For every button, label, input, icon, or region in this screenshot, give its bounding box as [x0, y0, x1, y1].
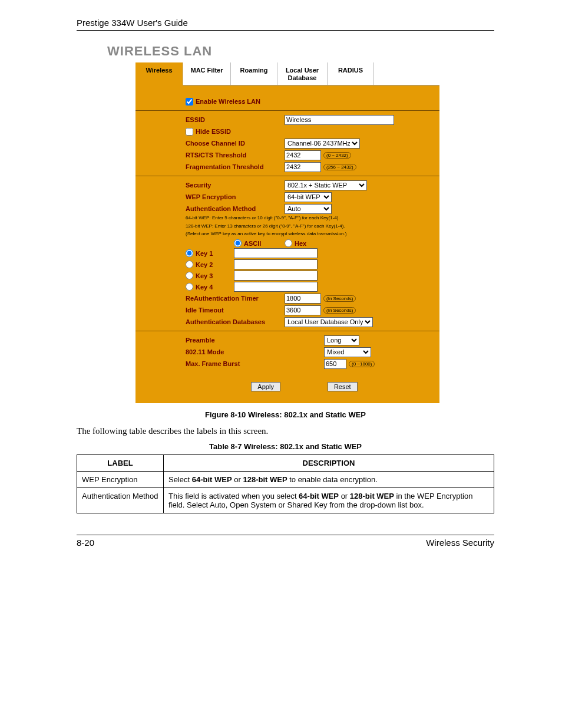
tab-bar: Wireless MAC Filter Roaming Local User D…	[135, 62, 439, 85]
page-number: 8-20	[77, 538, 94, 548]
table-caption: Table 8-7 Wireless: 802.1x and Static WE…	[77, 442, 494, 451]
note-128: 128-bit WEP: Enter 13 characters or 26 d…	[186, 223, 423, 229]
channel-select[interactable]: Channel-06 2437MHz	[285, 139, 360, 149]
th-desc: DESCRIPTION	[164, 455, 494, 472]
hide-essid-checkbox[interactable]	[186, 128, 193, 136]
cell-desc: Select 64-bit WEP or 128-bit WEP to enab…	[164, 472, 494, 488]
hex-radio[interactable]	[285, 239, 292, 247]
figure-caption: Figure 8-10 Wireless: 802.1x and Static …	[77, 410, 494, 419]
burst-input[interactable]	[324, 359, 346, 369]
auth-method-select[interactable]: Auto	[285, 204, 332, 214]
reauth-label: ReAuthentication Timer	[186, 295, 285, 302]
rts-help: (0 ~ 2432)	[323, 152, 351, 159]
reset-button[interactable]: Reset	[328, 382, 358, 391]
tab-roaming[interactable]: Roaming	[231, 62, 277, 85]
authdb-select[interactable]: Local User Database Only	[285, 317, 373, 327]
key3-label: Key 3	[196, 272, 213, 279]
reauth-input[interactable]	[285, 294, 321, 304]
config-panel: Enable Wireless LAN ESSID Hide ESSID Cho…	[135, 85, 439, 403]
security-select[interactable]: 802.1x + Static WEP	[285, 180, 367, 190]
hide-essid-label: Hide ESSID	[196, 128, 231, 135]
rts-label: RTS/CTS Threshold	[186, 151, 285, 159]
mode-label: 802.11 Mode	[186, 348, 324, 355]
security-label: Security	[186, 182, 285, 189]
enable-wireless-checkbox[interactable]	[186, 98, 193, 106]
key4-label: Key 4	[196, 284, 213, 291]
idle-label: Idle Timeout	[186, 307, 285, 314]
burst-label: Max. Frame Burst	[186, 360, 324, 367]
wep-select[interactable]: 64-bit WEP	[285, 192, 332, 202]
authdb-label: Authentication Databases	[186, 318, 285, 325]
tab-local-user-db[interactable]: Local User Database	[277, 62, 328, 85]
note-select: (Select one WEP key as an active key to …	[186, 231, 423, 237]
wep-label: WEP Encryption	[186, 193, 285, 200]
mode-select[interactable]: Mixed	[324, 347, 371, 357]
preamble-select[interactable]: Long	[324, 335, 359, 345]
key3-input[interactable]	[234, 271, 318, 281]
section-title: WIRELESS LAN	[107, 44, 494, 59]
description-table: LABEL DESCRIPTION WEP Encryption Select …	[77, 454, 494, 513]
essid-input[interactable]	[285, 115, 394, 125]
idle-input[interactable]	[285, 305, 321, 315]
key1-input[interactable]	[234, 248, 318, 258]
rts-input[interactable]	[285, 150, 321, 160]
key2-radio[interactable]	[186, 261, 193, 268]
key4-input[interactable]	[234, 282, 318, 292]
preamble-label: Preamble	[186, 337, 324, 344]
th-label: LABEL	[77, 455, 164, 472]
channel-label: Choose Channel ID	[186, 140, 285, 147]
note-64: 64-bit WEP: Enter 5 characters or 10 dig…	[186, 215, 423, 221]
cell-label: Authentication Method	[77, 488, 164, 513]
page-footer: 8-20 Wireless Security	[77, 535, 494, 548]
tab-radius[interactable]: RADIUS	[328, 62, 374, 85]
hex-label: Hex	[295, 240, 306, 247]
auth-method-label: Authentication Method	[186, 205, 285, 212]
doc-header: Prestige 334W User's Guide	[77, 18, 494, 31]
essid-label: ESSID	[186, 116, 285, 123]
key2-label: Key 2	[196, 261, 213, 268]
burst-help: (0 ~1800)	[349, 361, 375, 367]
key4-radio[interactable]	[186, 283, 193, 291]
tab-mac-filter[interactable]: MAC Filter	[183, 62, 231, 85]
enable-wireless-label: Enable Wireless LAN	[196, 98, 260, 105]
footer-section: Wireless Security	[426, 538, 494, 548]
frag-input[interactable]	[285, 162, 321, 172]
frag-label: Fragmentation Threshold	[186, 163, 285, 170]
apply-button[interactable]: Apply	[251, 382, 280, 391]
table-row: WEP Encryption Select 64-bit WEP or 128-…	[77, 472, 494, 488]
tab-wireless[interactable]: Wireless	[135, 62, 183, 85]
cell-desc: This field is activated when you select …	[164, 488, 494, 513]
key1-label: Key 1	[196, 250, 213, 257]
key3-radio[interactable]	[186, 272, 193, 279]
intro-text: The following table describes the labels…	[77, 426, 494, 436]
ascii-label: ASCII	[244, 240, 261, 247]
cell-label: WEP Encryption	[77, 472, 164, 488]
key2-input[interactable]	[234, 259, 318, 269]
ascii-radio[interactable]	[234, 239, 242, 247]
frag-help: (256 ~ 2432)	[323, 164, 356, 170]
idle-help: (In Seconds)	[323, 307, 356, 314]
reauth-help: (In Seconds)	[323, 295, 356, 302]
table-row: Authentication Method This field is acti…	[77, 488, 494, 513]
key1-radio[interactable]	[186, 249, 193, 257]
wireless-screenshot: Wireless MAC Filter Roaming Local User D…	[135, 62, 439, 403]
